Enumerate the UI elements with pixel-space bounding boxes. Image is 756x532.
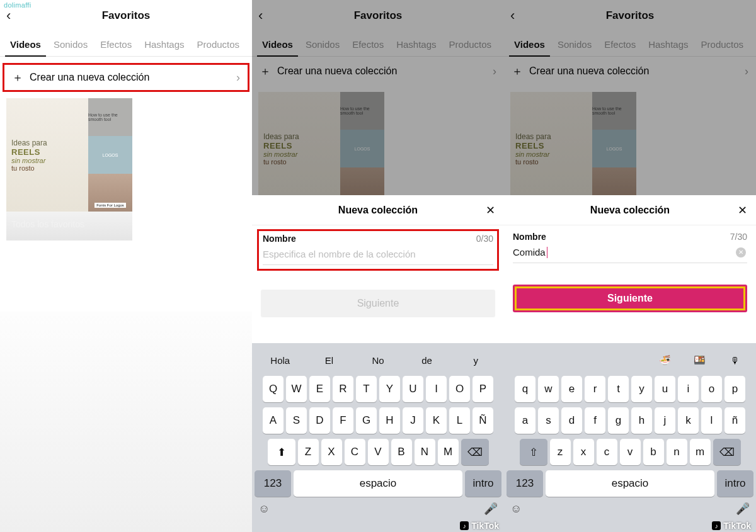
- shift-key[interactable]: ⬆: [268, 439, 295, 465]
- spacebar-key[interactable]: espacio: [546, 470, 714, 497]
- tab-hashtags[interactable]: Hashtags: [391, 39, 441, 56]
- key-u[interactable]: u: [655, 376, 675, 402]
- key-f[interactable]: f: [585, 407, 605, 434]
- key-g[interactable]: g: [608, 407, 629, 434]
- key-s[interactable]: s: [538, 407, 559, 434]
- key-ñ[interactable]: ñ: [724, 407, 745, 434]
- tab-efectos[interactable]: Efectos: [95, 39, 137, 56]
- keyboard-suggestion-bar[interactable]: Hola El No de y: [252, 347, 504, 373]
- key-n[interactable]: N: [415, 439, 435, 465]
- numbers-key[interactable]: 123: [507, 470, 543, 497]
- tab-sonidos[interactable]: Sonidos: [49, 39, 93, 56]
- key-p[interactable]: P: [472, 376, 493, 402]
- key-j[interactable]: J: [403, 407, 423, 434]
- key-u[interactable]: U: [403, 376, 423, 402]
- key-c[interactable]: c: [597, 439, 617, 465]
- tab-productos[interactable]: Productos: [444, 39, 497, 56]
- shift-key[interactable]: ⇧: [520, 439, 547, 465]
- spacebar-key[interactable]: espacio: [294, 470, 462, 497]
- tab-sonidos[interactable]: Sonidos: [301, 39, 345, 56]
- key-a[interactable]: a: [515, 407, 536, 434]
- mic-icon[interactable]: 🎤: [484, 502, 498, 516]
- collection-card-all-favorites[interactable]: Ideas para REELS sin mostrar tu rosto Ho…: [510, 92, 636, 205]
- key-o[interactable]: o: [701, 376, 722, 402]
- key-b[interactable]: B: [391, 439, 412, 465]
- key-w[interactable]: W: [286, 376, 307, 402]
- intro-key[interactable]: intro: [717, 470, 753, 497]
- keyboard[interactable]: 🍜 🍱 🎙 qwertyuiop asdfghjklñ ⇧ zxcvbnm ⌫ …: [504, 343, 756, 532]
- key-q[interactable]: q: [515, 376, 536, 402]
- key-v[interactable]: V: [368, 439, 389, 465]
- key-y[interactable]: y: [631, 376, 652, 402]
- tab-productos[interactable]: Productos: [192, 39, 245, 56]
- key-h[interactable]: h: [631, 407, 652, 434]
- create-collection-row[interactable]: ＋ Crear una nueva colección ›: [504, 57, 756, 86]
- key-b[interactable]: b: [643, 439, 664, 465]
- key-j[interactable]: j: [655, 407, 675, 434]
- emoji-icon[interactable]: ☺: [510, 502, 522, 516]
- key-i[interactable]: i: [678, 376, 699, 402]
- key-t[interactable]: T: [356, 376, 377, 402]
- key-e[interactable]: E: [309, 376, 330, 402]
- clear-input-icon[interactable]: ✕: [736, 247, 746, 258]
- key-n[interactable]: n: [667, 439, 687, 465]
- key-w[interactable]: w: [538, 376, 559, 402]
- key-r[interactable]: r: [585, 376, 605, 402]
- key-c[interactable]: C: [345, 439, 365, 465]
- key-k[interactable]: k: [678, 407, 699, 434]
- key-p[interactable]: p: [724, 376, 745, 402]
- key-k[interactable]: K: [426, 407, 447, 434]
- tab-sonidos[interactable]: Sonidos: [553, 39, 597, 56]
- key-a[interactable]: A: [263, 407, 284, 434]
- key-m[interactable]: m: [690, 439, 711, 465]
- key-v[interactable]: v: [620, 439, 641, 465]
- key-d[interactable]: d: [561, 407, 582, 434]
- mic-icon[interactable]: 🎤: [736, 502, 750, 516]
- tab-productos[interactable]: Productos: [696, 39, 749, 56]
- key-z[interactable]: z: [550, 439, 571, 465]
- key-l[interactable]: L: [449, 407, 470, 434]
- back-icon[interactable]: ‹: [6, 8, 11, 24]
- key-r[interactable]: R: [333, 376, 353, 402]
- key-x[interactable]: X: [321, 439, 342, 465]
- tab-hashtags[interactable]: Hashtags: [643, 39, 693, 56]
- emoji-icon[interactable]: ☺: [258, 502, 270, 516]
- next-button[interactable]: Siguiente: [261, 290, 495, 317]
- key-m[interactable]: M: [438, 439, 459, 465]
- keyboard[interactable]: Hola El No de y QWERTYUIOP ASDFGHJKLÑ ⬆ …: [252, 343, 504, 532]
- key-t[interactable]: t: [608, 376, 629, 402]
- tab-videos[interactable]: Videos: [509, 39, 550, 56]
- tab-efectos[interactable]: Efectos: [347, 39, 389, 56]
- create-collection-row[interactable]: ＋ Crear una nueva colección ›: [252, 57, 504, 86]
- key-s[interactable]: S: [286, 407, 307, 434]
- key-e[interactable]: e: [561, 376, 582, 402]
- collection-card-all-favorites[interactable]: Ideas para REELS sin mostrar tu rosto Ho…: [258, 92, 384, 205]
- key-o[interactable]: O: [449, 376, 470, 402]
- key-ñ[interactable]: Ñ: [472, 407, 493, 434]
- create-collection-row[interactable]: ＋ Crear una nueva colección ›: [3, 63, 249, 92]
- key-h[interactable]: H: [379, 407, 400, 434]
- close-icon[interactable]: ✕: [738, 203, 747, 217]
- tab-videos[interactable]: Videos: [5, 39, 46, 56]
- close-icon[interactable]: ✕: [486, 203, 495, 217]
- back-icon[interactable]: ‹: [258, 8, 263, 24]
- key-y[interactable]: Y: [379, 376, 400, 402]
- numbers-key[interactable]: 123: [255, 470, 291, 497]
- key-d[interactable]: D: [309, 407, 330, 434]
- key-q[interactable]: Q: [263, 376, 284, 402]
- key-l[interactable]: l: [701, 407, 722, 434]
- collection-name-input[interactable]: Comida ✕: [513, 242, 747, 263]
- keyboard-suggestion-bar[interactable]: 🍜 🍱 🎙: [504, 347, 756, 373]
- key-f[interactable]: F: [333, 407, 353, 434]
- key-z[interactable]: Z: [298, 439, 319, 465]
- key-g[interactable]: G: [356, 407, 377, 434]
- tab-videos[interactable]: Videos: [257, 39, 298, 56]
- tab-hashtags[interactable]: Hashtags: [139, 39, 189, 56]
- tab-efectos[interactable]: Efectos: [599, 39, 641, 56]
- collection-card-all-favorites[interactable]: Ideas para REELS sin mostrar tu rosto Ho…: [6, 98, 132, 241]
- backspace-key[interactable]: ⌫: [713, 439, 741, 465]
- back-icon[interactable]: ‹: [510, 8, 515, 24]
- key-x[interactable]: x: [573, 439, 594, 465]
- key-i[interactable]: I: [426, 376, 447, 402]
- intro-key[interactable]: intro: [465, 470, 501, 497]
